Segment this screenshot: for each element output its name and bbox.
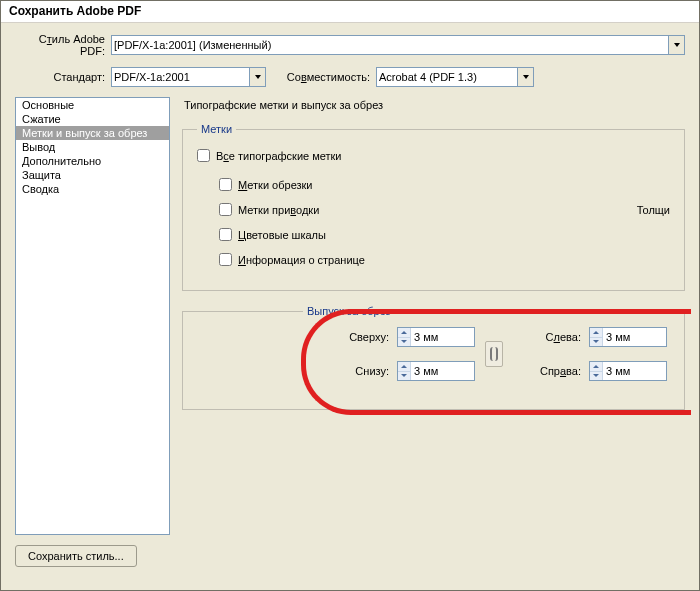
check-page-info-row: Информация о странице [219,253,365,266]
save-style-button[interactable]: Сохранить стиль... [15,545,137,567]
row-pdf-style: Стиль Adobe PDF: [PDF/X-1a:2001] (Измене… [15,33,685,57]
label-bleed-right: Справа: [513,365,589,377]
check-all-marks[interactable] [197,149,210,162]
check-page-info[interactable] [219,253,232,266]
dialog-content: Стиль Adobe PDF: [PDF/X-1a:2001] (Измене… [1,23,699,567]
sidebar-item[interactable]: Вывод [16,140,169,154]
check-trim-marks-row: Метки обрезки [219,178,365,191]
panel-title: Типографские метки и выпуск за обрез [184,99,685,111]
combo-pdf-style-wrap: [PDF/X-1a:2001] (Измененный) [111,35,685,55]
spin-bleed-top[interactable] [397,327,475,347]
window-title: Сохранить Adobe PDF [1,1,699,23]
sidebar-item[interactable]: Защита [16,168,169,182]
main-area: ОсновныеСжатиеМетки и выпуск за обрезВыв… [15,97,685,535]
check-trim-marks-label: Метки обрезки [238,179,313,191]
spinner-icon[interactable] [590,362,603,380]
settings-panel: Типографские метки и выпуск за обрез Мет… [182,97,685,535]
sidebar-item[interactable]: Метки и выпуск за обрез [16,126,169,140]
link-values-button[interactable] [485,341,503,367]
fieldset-marks: Метки Все типографские метки Мет [182,123,685,291]
combo-compat[interactable]: Acrobat 4 (PDF 1.3) [376,67,534,87]
dialog-window: Сохранить Adobe PDF Стиль Adobe PDF: [PD… [0,0,700,591]
check-color-bars-row: Цветовые шкалы [219,228,365,241]
spinner-icon[interactable] [398,362,411,380]
check-color-bars-label: Цветовые шкалы [238,229,326,241]
spin-bleed-right[interactable] [589,361,667,381]
spinner-icon[interactable] [590,328,603,346]
label-bleed-top: Сверху: [303,331,397,343]
legend-marks: Метки [197,123,236,135]
link-cell [475,341,513,367]
category-sidebar[interactable]: ОсновныеСжатиеМетки и выпуск за обрезВыв… [15,97,170,535]
spin-bleed-bottom[interactable] [397,361,475,381]
bleed-grid: Сверху: Слев [303,327,670,381]
check-all-marks-label: Все типографские метки [216,150,342,162]
spin-bleed-left[interactable] [589,327,667,347]
label-pdf-style: Стиль Adobe PDF: [15,33,111,57]
fieldset-bleed: Выпуск за обрез Сверху: [182,305,685,410]
sidebar-item[interactable]: Дополнительно [16,154,169,168]
thickness-label-cut: Толщи [365,174,670,278]
sidebar-item[interactable]: Основные [16,98,169,112]
check-trim-marks[interactable] [219,178,232,191]
label-bleed-left: Слева: [513,331,589,343]
check-registration-marks[interactable] [219,203,232,216]
label-bleed-bottom: Снизу: [303,365,397,377]
check-color-bars[interactable] [219,228,232,241]
combo-standard[interactable]: PDF/X-1a:2001 [111,67,266,87]
check-all-marks-row: Все типографские метки [197,149,670,162]
legend-bleed: Выпуск за обрез [303,305,395,317]
check-page-info-label: Информация о странице [238,254,365,266]
combo-standard-wrap: PDF/X-1a:2001 [111,67,266,87]
sidebar-item[interactable]: Сводка [16,182,169,196]
label-standard: Стандарт: [15,71,111,83]
combo-compat-wrap: Acrobat 4 (PDF 1.3) [376,67,534,87]
link-icon [490,347,498,361]
row-standard-compat: Стандарт: PDF/X-1a:2001 Совместимость: A… [15,67,685,87]
check-registration-marks-row: Метки приводки [219,203,365,216]
sidebar-item[interactable]: Сжатие [16,112,169,126]
spinner-icon[interactable] [398,328,411,346]
label-compat: Совместимость: [284,71,376,83]
combo-pdf-style[interactable]: [PDF/X-1a:2001] (Измененный) [111,35,685,55]
check-registration-marks-label: Метки приводки [238,204,319,216]
